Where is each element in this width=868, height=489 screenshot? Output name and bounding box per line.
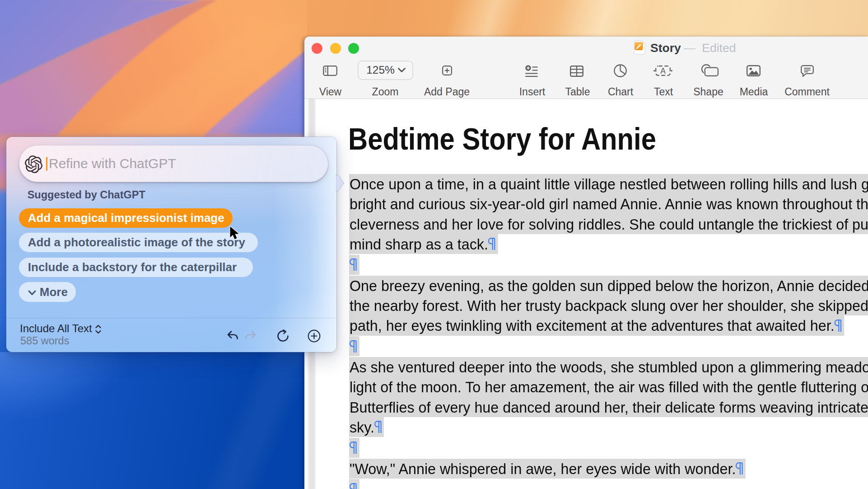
svg-text:A: A [661,66,666,75]
